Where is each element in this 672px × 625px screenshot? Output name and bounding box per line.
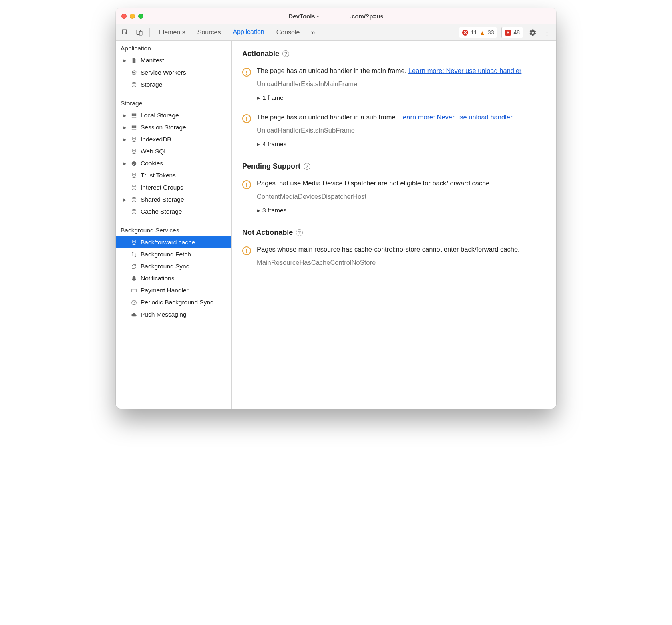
svg-rect-11 [131,125,133,127]
sidebar-indexeddb[interactable]: ▶IndexedDB [116,133,231,145]
svg-point-23 [132,173,136,175]
tab-elements[interactable]: Elements [153,24,191,40]
title-suffix: .com/?p=us [350,13,384,20]
inspect-element-button[interactable] [118,24,132,40]
issue-no-store: ! Pages whose main resource has cache-co… [242,246,546,273]
issue-code: UnloadHandlerExistsInMainFrame [257,80,546,88]
issues-badge[interactable]: ✕48 [501,27,523,38]
warning-icon: ! [242,68,251,77]
tab-application[interactable]: Application [227,24,270,40]
section-application-title: Application [116,41,231,54]
group-pending: Pending Support? [242,162,546,171]
tab-console[interactable]: Console [271,24,306,40]
frames-disclosure[interactable]: ▶3 frames [257,207,546,214]
sidebar-bfcache[interactable]: Back/forward cache [116,236,231,248]
console-status-badge[interactable]: ✕11 ▲33 [459,27,497,38]
section-background-title: Background Services [116,223,231,236]
sidebar-payment-handler[interactable]: Payment Handler [116,284,231,296]
sidebar-background-sync[interactable]: Background Sync [116,260,231,272]
sidebar-trust-tokens[interactable]: Trust Tokens [116,169,231,181]
table-icon [130,113,137,119]
group-not-actionable: Not Actionable? [242,228,546,237]
issue-unload-main: ! The page has an unload handler in the … [242,67,546,113]
svg-rect-14 [134,127,136,128]
sidebar-websql[interactable]: Web SQL [116,145,231,157]
title-prefix: DevTools - [288,13,319,20]
sidebar-cache-storage[interactable]: Cache Storage [116,206,231,218]
devtools-window: DevTools - .com/?p=us Elements Sources A… [116,8,556,409]
sidebar-background-fetch[interactable]: Background Fetch [116,248,231,260]
issue-unload-sub: ! The page has an unload handler in a su… [242,113,546,159]
credit-card-icon [130,288,137,294]
issue-code: ContentMediaDevicesDispatcherHost [257,193,546,200]
learn-more-link[interactable]: Learn more: Never use unload handler [408,67,522,74]
settings-button[interactable] [526,24,539,40]
svg-point-3 [133,72,135,73]
transfer-icon [130,252,137,258]
svg-rect-9 [131,117,133,118]
svg-point-18 [132,149,136,151]
file-icon [130,58,137,64]
sidebar-interest-groups[interactable]: Interest Groups [116,181,231,194]
issue-code: UnloadHandlerExistsInSubFrame [257,127,546,134]
tab-sources[interactable]: Sources [192,24,227,40]
issue-message: Pages whose main resource has cache-cont… [257,246,520,253]
issue-message: Pages that use Media Device Dispatcher a… [257,179,491,187]
group-actionable: Actionable? [242,50,546,58]
warning-icon: ! [242,114,251,123]
error-icon: ✕ [462,30,468,36]
application-sidebar: Application ▶Manifest Service Workers St… [116,41,232,409]
titlebar: DevTools - .com/?p=us [116,8,556,24]
svg-point-26 [132,209,136,211]
sidebar-periodic-sync[interactable]: Periodic Background Sync [116,296,231,308]
sidebar-session-storage[interactable]: ▶Session Storage [116,121,231,133]
bfcache-panel: Actionable? ! The page has an unload han… [232,41,556,409]
clock-icon [130,300,137,306]
sidebar-notifications[interactable]: Notifications [116,272,231,284]
sidebar-local-storage[interactable]: ▶Local Storage [116,109,231,121]
database-icon [130,137,137,143]
database-icon [130,240,137,246]
issues-icon: ✕ [505,30,511,36]
svg-rect-12 [134,125,136,127]
gear-icon [130,70,137,76]
chevron-right-icon: ▶ [257,142,260,147]
database-icon [130,209,137,215]
svg-point-17 [132,137,136,139]
more-tabs-button[interactable]: » [306,24,320,40]
svg-rect-2 [139,31,142,35]
error-count: 11 [471,29,477,36]
svg-point-22 [133,164,134,165]
database-icon [130,185,137,191]
sidebar-service-workers[interactable]: Service Workers [116,67,231,79]
frames-disclosure[interactable]: ▶4 frames [257,141,546,148]
svg-point-25 [132,197,136,199]
sidebar-cookies[interactable]: ▶Cookies [116,157,231,169]
device-toolbar-button[interactable] [133,24,146,40]
svg-rect-8 [134,115,136,116]
svg-point-24 [132,185,136,187]
learn-more-link[interactable]: Learn more: Never use unload handler [399,113,513,121]
warning-icon: ! [242,246,251,255]
frames-disclosure[interactable]: ▶1 frame [257,94,546,101]
issue-code: MainResourceHasCacheControlNoStore [257,259,546,266]
section-storage-title: Storage [116,96,231,109]
sidebar-push-messaging[interactable]: Push Messaging [116,308,231,321]
svg-rect-16 [134,129,136,130]
sidebar-manifest[interactable]: ▶Manifest [116,54,231,67]
issue-media-dispatcher: ! Pages that use Media Device Dispatcher… [242,179,546,225]
database-icon [130,149,137,155]
help-icon[interactable]: ? [282,50,289,57]
svg-point-19 [131,161,136,165]
help-icon[interactable]: ? [304,163,310,170]
sidebar-shared-storage[interactable]: ▶Shared Storage [116,194,231,206]
chevron-right-icon: ▶ [257,95,260,101]
help-icon[interactable]: ? [296,229,303,236]
svg-rect-7 [131,115,133,116]
warning-icon: ! [242,180,251,189]
issue-message: The page has an unload handler in the ma… [257,67,408,74]
sidebar-storage[interactable]: Storage [116,79,231,91]
chevron-right-icon: ▶ [257,208,260,213]
sync-icon [130,264,137,270]
kebab-menu-button[interactable]: ⋮ [540,24,554,40]
